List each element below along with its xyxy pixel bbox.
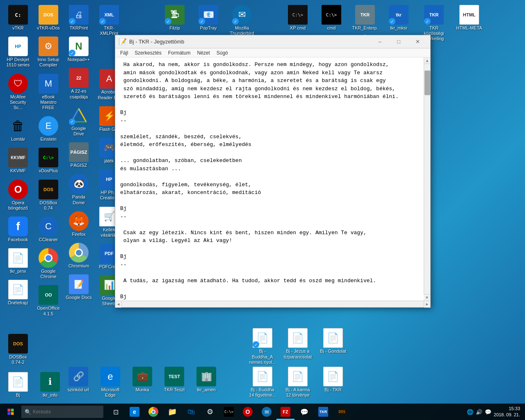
desktop-icon-bj-buddha-a[interactable]: 📄 ✓ Bj - Buddha_Anemes nyol... (246, 326, 279, 367)
desktop-icon-vtkr-vdos[interactable]: DOS vTKR-vDos (34, 3, 63, 32)
scrollbar-vertical[interactable]: ▲ ▼ (424, 57, 430, 301)
taskbar: 🔍 ⊡ e 📁 🛍 (0, 404, 525, 420)
desktop-icon-ccleaner[interactable]: C CCleaner (34, 215, 63, 244)
svg-rect-6 (11, 412, 14, 415)
desktop-icon-bj-jezus[interactable]: 📄 Bj - Jézus atízparancsolat (281, 326, 314, 367)
clock-time: 15:33 (494, 406, 520, 412)
taskbar-icon2[interactable]: TKR (314, 404, 332, 420)
desktop-icon-notepadpp[interactable]: N ✓ Notepad++ (64, 35, 94, 64)
desktop-icon-bj-karma[interactable]: 📄 Bj - A karma12 törvénye (281, 365, 314, 399)
desktop-icon-kkvmf[interactable]: KKVMF KKVMF (3, 146, 33, 175)
desktop-icon-thunderbird[interactable]: ✉ ✓ MozillaThunderbird (227, 3, 257, 38)
taskbar-edge[interactable]: e (126, 404, 144, 420)
taskbar-thunderbird[interactable]: ✉ (258, 404, 276, 420)
window-title: Bj - TKR - Jegyzettömb (129, 39, 184, 45)
taskbar-settings[interactable]: ⚙ (201, 404, 219, 420)
svg-line-2 (79, 109, 86, 122)
desktop-icon-bj-gondolat[interactable]: 📄 Bj - Gondolat (317, 326, 349, 367)
desktop-icon-ebook[interactable]: M eBookMaestro FREE (34, 72, 63, 112)
desktop-icon-chrome[interactable]: GoogleChrome (34, 247, 63, 281)
desktop-icon-vdosplus[interactable]: C:\> vDosPlus (34, 146, 63, 175)
desktop-icon-openoffice[interactable]: OO OpenOffice4.1.5 (34, 283, 63, 318)
notepad-icon: 📝 (119, 38, 127, 46)
window-menubar: Fájl Szerkesztés Formátum Nézet Súgó (115, 48, 430, 57)
desktop-icon-gdrive[interactable]: ✓ Google Drive (64, 104, 94, 138)
desktop-icon-dosbox2[interactable]: DOS DOSBox0.74-2 (3, 332, 33, 367)
desktop-icon-opera[interactable]: O Operaböngésző (3, 178, 33, 212)
desktop-icon-facebook[interactable]: f Facebook (3, 215, 33, 244)
menu-sugo[interactable]: Súgó (213, 49, 231, 57)
svg-rect-3 (8, 409, 11, 412)
menu-fajl[interactable]: Fájl (117, 49, 131, 57)
desktop-icon-tkrprint[interactable]: 🖨 ✓ TKRPrint (64, 3, 94, 32)
taskbar-search-box[interactable]: 🔍 (21, 406, 103, 418)
desktop-icon-tkr-info[interactable]: ℹ tkr_info (35, 370, 65, 399)
desktop-icon-tkr-amen[interactable]: 🏢 tkr_amen (192, 365, 221, 399)
taskbar-task-view[interactable]: ⊡ (107, 404, 125, 420)
desktop-icon-tkr-prnx[interactable]: 📄 tkr_prnx (3, 247, 33, 276)
desktop-icon-gdocs[interactable]: 📝 Google Docs (64, 273, 94, 302)
desktop-icon-mcafee[interactable]: 🛡 McAfeeSecurity Sc... (3, 72, 33, 112)
desktop-icon-dosbox074[interactable]: DOS DOSBox 0.74 (34, 178, 63, 212)
svg-rect-5 (8, 412, 11, 415)
taskbar-right: 🌐 🔊 💬 15:33 2018. 09. 21. (467, 406, 523, 418)
minimize-button[interactable]: – (370, 35, 389, 48)
desktop-icon-hp[interactable]: HP HP Deskjet1510 series (3, 35, 33, 69)
network-icon[interactable]: 🌐 (467, 409, 473, 415)
taskbar-icon3[interactable]: DOS (333, 404, 351, 420)
desktop-icon-inno[interactable]: ⚙ Inno SetupCompiler (34, 35, 63, 69)
desktop-icon-tkr-xmlprint[interactable]: XML ✓ TKR-XMLPrint (94, 3, 124, 38)
window-controls: – □ ✕ (370, 35, 427, 48)
taskbar-opera[interactable]: O (239, 404, 257, 420)
taskbar-clock[interactable]: 15:33 2018. 09. 21. (494, 406, 520, 418)
menu-nezet[interactable]: Nézet (194, 49, 213, 57)
menu-szerkesztes[interactable]: Szerkesztés (131, 49, 164, 57)
window-content: Ha akarod, ha nem, akkor is gondolkodsz.… (115, 57, 430, 301)
desktop-icon-bj-buddha14[interactable]: 📄 Bj - Buddha14 figyelme... (246, 365, 279, 399)
desktop-icon-munka[interactable]: 💼 Munka (128, 365, 157, 399)
desktop-icon-vtkr[interactable]: C: vTKR (3, 3, 33, 32)
taskbar-icon1[interactable]: 💬 (295, 404, 313, 420)
desktop-icon-einstein[interactable]: E Einstein (34, 114, 63, 144)
notepad-textarea[interactable]: Ha akarod, ha nem, akkor is gondolkodsz.… (115, 57, 424, 301)
taskbar-filezilla[interactable]: FZ (276, 404, 294, 420)
desktop-icon-bj[interactable]: 📄 Bj (3, 370, 33, 399)
scrollbar-horizontal[interactable]: ◄ ► (115, 301, 430, 307)
desktop-icon-html-meta[interactable]: HTML HTML-META (454, 3, 484, 43)
desktop-icon-msedge[interactable]: e MicrosoftEdge (96, 365, 125, 399)
svg-rect-4 (11, 409, 14, 412)
taskbar-terminal[interactable]: C:\> (220, 404, 238, 420)
desktop-icon-oneletrajz[interactable]: 📄 Önéletrajz (3, 278, 33, 307)
close-button[interactable]: ✕ (408, 35, 427, 48)
icon-label-vtkr: vTKR (12, 25, 24, 31)
search-input[interactable] (33, 409, 98, 415)
desktop-icon-panda[interactable]: 🐼 Panda Dome (64, 172, 94, 207)
desktop-icon-chromium[interactable]: Chromium (64, 241, 94, 270)
desktop-icon-firefox[interactable]: 🦊 Firefox (64, 210, 94, 239)
desktop-icon-pagisz[interactable]: PÁGISZ PÁGISZ (64, 141, 94, 170)
desktop-icon-filzip[interactable]: 🗜 ✓ Filzip (160, 3, 189, 38)
notepad-window: 📝 Bj - TKR - Jegyzettömb – □ ✕ Fájl Szer… (115, 35, 431, 308)
taskbar-explorer[interactable]: 📁 (163, 404, 181, 420)
volume-icon[interactable]: 🔊 (476, 409, 482, 415)
window-titlebar: 📝 Bj - TKR - Jegyzettömb – □ ✕ (115, 35, 430, 48)
desktop-icon-poptray[interactable]: 📧 ✓ PopTray (194, 3, 223, 38)
taskbar-store[interactable]: 🛍 (182, 404, 200, 420)
taskbar-items: ⊡ e 📁 🛍 ⚙ (107, 404, 467, 420)
taskbar-chrome[interactable] (144, 404, 162, 420)
notification-icon[interactable]: 💬 (485, 409, 491, 415)
start-button[interactable] (2, 404, 20, 420)
desktop: C: vTKR HP HP Deskjet1510 series 🛡 McAfe… (0, 0, 525, 420)
desktop-icon-22csap[interactable]: 22 A 22-escsapdája (64, 66, 94, 101)
desktop-icon-trash[interactable]: 🗑 Lomtár (3, 114, 33, 144)
clock-date: 2018. 09. 21. (494, 412, 520, 418)
menu-formatum[interactable]: Formátum (165, 49, 194, 57)
desktop-icon-bj-tkr[interactable]: 📄 Bj - TKR (317, 365, 349, 399)
maximize-button[interactable]: □ (389, 35, 408, 48)
desktop-icon-synckod[interactable]: 🔗 szinkód url (64, 365, 93, 399)
desktop-icon-tkr-teszt[interactable]: TEST TKR Teszt (160, 365, 189, 399)
